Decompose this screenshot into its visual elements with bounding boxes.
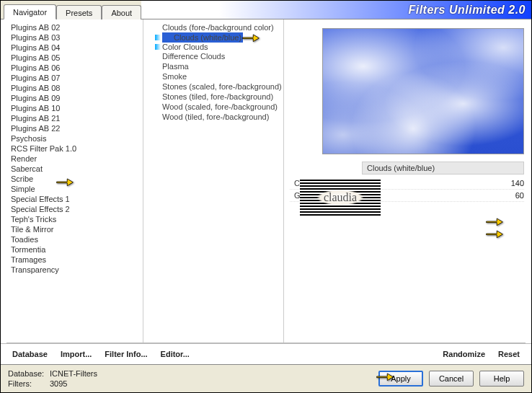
tab-about[interactable]: About (102, 5, 141, 19)
plugin-list-item[interactable]: Plugins AB 03 (1, 32, 143, 43)
plugin-list-item[interactable]: Tramages (1, 255, 143, 265)
filter-list-item[interactable]: Smoke (151, 71, 283, 81)
plugin-list-item[interactable]: Simple (1, 184, 143, 194)
main: Plugins AB 02Plugins AB 03Plugins AB 04P… (1, 19, 531, 343)
plugin-list-item[interactable]: Tile & Mirror (1, 224, 143, 234)
plugin-list-item[interactable]: Tormentia (1, 244, 143, 255)
filter-list-item[interactable]: Wood (scaled, fore-/background) (151, 102, 283, 112)
reset-button[interactable]: Reset (494, 348, 524, 360)
plugin-list-item[interactable]: Plugins AB 04 (1, 43, 143, 53)
preview-image (322, 28, 524, 154)
status-info: Database: ICNET-Filters Filters: 3095 (8, 368, 97, 389)
plugin-list-item[interactable]: Plugins AB 09 (1, 93, 143, 103)
dialog-buttons: Apply Cancel Help (378, 371, 524, 387)
plugin-list-item[interactable]: Transparency (1, 265, 143, 275)
param-value: 140 (501, 179, 524, 187)
filter-list-item[interactable]: Color Clouds (151, 43, 283, 51)
plugin-list-item[interactable]: Plugins AB 10 (1, 103, 143, 113)
plugin-list[interactable]: Plugins AB 02Plugins AB 03Plugins AB 04P… (1, 19, 143, 343)
filter-list-item[interactable]: Clouds (fore-/background color) (151, 22, 283, 32)
plugin-list-item[interactable]: Special Effects 2 (1, 204, 143, 214)
tabs: Navigator Presets About (1, 1, 141, 19)
import-button[interactable]: Import... (56, 348, 96, 360)
cancel-button[interactable]: Cancel (429, 371, 474, 387)
watermark-text: claudia (316, 190, 364, 206)
param-title: Clouds (white/blue) (362, 162, 524, 175)
indicator-icon (155, 44, 161, 50)
plugin-list-item[interactable]: Sabercat (1, 164, 143, 174)
filter-list-item[interactable]: Clouds (white/blue) (151, 32, 283, 43)
filter-list-item[interactable]: Wood (tiled, fore-/background) (151, 112, 283, 122)
header: Navigator Presets About Filters Unlimite… (1, 1, 531, 19)
app-window: Navigator Presets About Filters Unlimite… (0, 0, 532, 393)
filter-list-item[interactable]: Stones (scaled, fore-/background) (151, 81, 283, 92)
filter-list-item[interactable]: Difference Clouds (151, 51, 283, 61)
plugin-list-item[interactable]: Special Effects 1 (1, 194, 143, 204)
plugin-list-item[interactable]: Plugins AB 22 (1, 123, 143, 133)
indicator-icon (155, 35, 161, 40)
status-bar: Database: ICNET-Filters Filters: 3095 Ap… (1, 364, 531, 392)
plugin-list-item[interactable]: Scribe (1, 174, 143, 184)
apply-button[interactable]: Apply (378, 371, 423, 387)
tab-presets[interactable]: Presets (56, 5, 102, 19)
help-button[interactable]: Help (479, 371, 524, 387)
watermark: claudia (300, 180, 381, 216)
plugin-list-item[interactable]: Plugins AB 21 (1, 113, 143, 123)
toolbar: Database Import... Filter Info... Editor… (1, 343, 531, 364)
plugin-list-item[interactable]: Teph's Tricks (1, 214, 143, 224)
database-label: Database: (8, 368, 50, 379)
filters-value: 3095 (50, 379, 67, 389)
title-strip: Filters Unlimited 2.0 (141, 1, 531, 19)
database-button[interactable]: Database (8, 348, 52, 360)
app-title: Filters Unlimited 2.0 (408, 4, 526, 17)
filter-list[interactable]: Clouds (fore-/background color)Clouds (w… (143, 19, 284, 343)
plugin-list-item[interactable]: Psychosis (1, 133, 143, 143)
database-value: ICNET-Filters (50, 368, 97, 379)
plugin-list-item[interactable]: RCS Filter Pak 1.0 (1, 143, 143, 154)
tab-navigator[interactable]: Navigator (4, 4, 56, 19)
filter-info-button[interactable]: Filter Info... (100, 348, 151, 360)
plugin-list-item[interactable]: Render (1, 154, 143, 164)
randomize-button[interactable]: Randomize (438, 348, 489, 360)
filter-list-item[interactable]: Plasma (151, 61, 283, 71)
editor-button[interactable]: Editor... (156, 348, 194, 360)
plugin-list-item[interactable]: Plugins AB 07 (1, 73, 143, 83)
plugin-list-item[interactable]: Plugins AB 02 (1, 22, 143, 32)
param-value: 60 (501, 191, 524, 200)
filter-list-item[interactable]: Stones (tiled, fore-/background) (151, 92, 283, 102)
plugin-list-item[interactable]: Plugins AB 05 (1, 53, 143, 63)
filters-label: Filters: (8, 379, 50, 389)
plugin-list-item[interactable]: Plugins AB 06 (1, 63, 143, 73)
plugin-list-item[interactable]: Toadies (1, 234, 143, 244)
plugin-list-item[interactable]: Plugins AB 08 (1, 83, 143, 93)
